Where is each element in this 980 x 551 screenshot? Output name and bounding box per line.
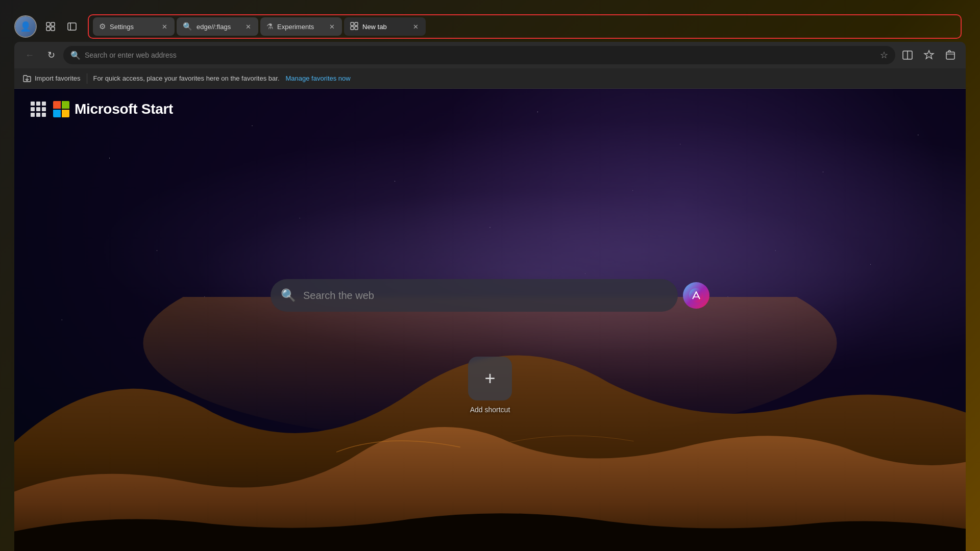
microsoft-flag-icon: [53, 101, 69, 117]
add-shortcut-item[interactable]: + Add shortcut: [468, 357, 512, 414]
tabs-container: ⚙ Settings ✕ 🔍 edge//:flags ✕ ⚗ Experime…: [88, 14, 962, 39]
content-search-area: 🔍 Search the web: [271, 279, 709, 312]
refresh-icon: ↻: [47, 49, 55, 61]
svg-rect-12: [946, 52, 954, 59]
tab-settings-close[interactable]: ✕: [159, 21, 169, 32]
tab-experiments-close[interactable]: ✕: [327, 21, 337, 32]
navigation-bar: ← ↻ 🔍 Search or enter web address ☆: [14, 42, 966, 68]
settings-icon: ⚙: [99, 22, 106, 31]
tab-bar: 👤 ⚙ Settings ✕ 🔍 ed: [14, 14, 966, 39]
content-overlay: Microsoft Start: [14, 89, 966, 551]
workspaces-button[interactable]: [41, 17, 60, 36]
svg-point-16: [689, 288, 703, 303]
import-favorites-label: Import favorites: [35, 74, 81, 82]
microsoft-start-label: Microsoft Start: [75, 101, 173, 117]
svg-rect-2: [46, 27, 50, 31]
add-shortcut-plus-icon: +: [484, 368, 495, 389]
tab-settings[interactable]: ⚙ Settings ✕: [93, 17, 175, 36]
svg-rect-1: [51, 22, 55, 26]
address-placeholder: Search or enter web address: [85, 51, 876, 59]
microsoft-logo: Microsoft Start: [53, 101, 173, 117]
sidebar-toggle-button[interactable]: [62, 17, 82, 36]
refresh-button[interactable]: ↻: [42, 46, 60, 64]
back-button[interactable]: ←: [20, 46, 39, 64]
favorites-bar: Import favorites For quick access, place…: [14, 68, 966, 89]
web-search-placeholder: Search the web: [303, 290, 668, 302]
ms-start-header: Microsoft Start: [31, 101, 173, 117]
tab-flags-title: edge//:flags: [197, 23, 239, 31]
web-search-icon: 🔍: [281, 288, 296, 303]
main-content: Microsoft Start 🔍 Search the web: [14, 89, 966, 551]
tab-newtab[interactable]: New tab ✕: [344, 17, 426, 36]
back-icon: ←: [25, 50, 34, 61]
import-favorites-button[interactable]: Import favorites: [22, 74, 81, 83]
add-shortcut-circle[interactable]: +: [468, 357, 512, 400]
svg-rect-9: [355, 27, 358, 30]
tab-experiments-title: Experiments: [277, 23, 323, 31]
svg-rect-3: [51, 27, 55, 31]
newtab-icon: [350, 22, 358, 32]
add-shortcut-label: Add shortcut: [470, 406, 510, 414]
search-icon: 🔍: [183, 22, 192, 31]
favorites-message: For quick access, place your favorites h…: [93, 74, 280, 82]
collections-button[interactable]: [941, 46, 960, 64]
favorites-button[interactable]: [920, 46, 938, 64]
flask-icon: ⚗: [266, 22, 273, 31]
svg-rect-8: [351, 27, 354, 30]
profile-avatar: 👤: [15, 16, 36, 37]
svg-rect-7: [355, 22, 358, 26]
shortcuts-row: + Add shortcut: [468, 357, 512, 414]
tab-settings-title: Settings: [110, 23, 155, 31]
bookmark-icon[interactable]: ☆: [880, 49, 888, 61]
browser-window: 👤 ⚙ Settings ✕ 🔍 ed: [0, 0, 980, 551]
manage-favorites-link[interactable]: Manage favorites now: [286, 74, 351, 82]
web-search-input[interactable]: 🔍 Search the web: [271, 279, 678, 312]
tab-flags-close[interactable]: ✕: [243, 21, 253, 32]
profile-button[interactable]: 👤: [14, 15, 37, 38]
svg-rect-0: [46, 22, 50, 26]
address-bar[interactable]: 🔍 Search or enter web address ☆: [63, 46, 895, 64]
grid-icon[interactable]: [31, 102, 46, 117]
tab-flags[interactable]: 🔍 edge//:flags ✕: [177, 17, 258, 36]
tab-newtab-title: New tab: [362, 23, 406, 31]
address-search-icon: 🔍: [70, 51, 81, 60]
tab-newtab-close[interactable]: ✕: [410, 21, 421, 32]
copilot-button[interactable]: [683, 282, 709, 309]
favorites-divider: [87, 73, 87, 84]
svg-rect-6: [351, 22, 354, 26]
tab-experiments[interactable]: ⚗ Experiments ✕: [260, 17, 342, 36]
svg-rect-4: [68, 23, 76, 30]
split-view-button[interactable]: [898, 46, 917, 64]
